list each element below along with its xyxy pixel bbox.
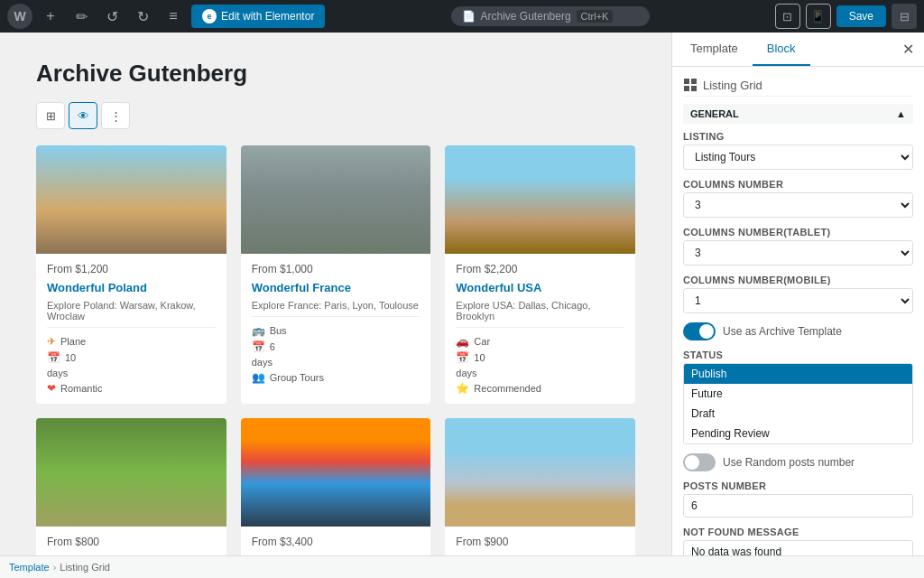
- listing-select[interactable]: Listing Tours: [683, 144, 913, 170]
- content-area: Archive Gutenberg ⊞ 👁 ⋮ From $1,200 Wond…: [0, 33, 671, 555]
- topbar-left: W + ✏ ↺ ↻ ≡ e Edit with Elementor: [7, 4, 325, 29]
- card-title[interactable]: Wonderful Poland: [47, 281, 216, 294]
- columns-tablet-select[interactable]: 3: [683, 240, 913, 266]
- listing-card: From $2,200 Wonderful USA Explore USA: D…: [445, 145, 635, 404]
- card-price: From $2,200: [456, 263, 624, 275]
- calendar-icon: 📅: [47, 351, 60, 364]
- card-image: [445, 418, 635, 527]
- card-title[interactable]: Wonderful USA: [456, 281, 624, 294]
- card-image: [36, 418, 226, 527]
- wordpress-logo[interactable]: W: [7, 4, 32, 29]
- duration-unit-row: days: [456, 368, 624, 378]
- listing-grid: From $1,200 Wonderful Poland Explore Pol…: [36, 145, 635, 555]
- page-title: Archive Gutenberg: [36, 60, 635, 88]
- redo-button[interactable]: ↻: [130, 4, 155, 29]
- topbar-right: ⊡ 📱 Save ⊟: [775, 4, 917, 29]
- duration-unit-row: days: [47, 368, 216, 378]
- listing-card: From $1,000 Wonderful France Explore Fra…: [241, 145, 431, 404]
- calendar-icon: 📅: [456, 351, 469, 364]
- general-section-title[interactable]: General ▲: [683, 104, 913, 124]
- view-button[interactable]: ⊡: [775, 4, 800, 29]
- listing-card: From $800 Wonderful Uruguay Explore Urug…: [36, 418, 226, 555]
- panel-close-button[interactable]: ✕: [895, 37, 920, 62]
- posts-number-input[interactable]: [683, 494, 913, 517]
- columns-mobile-label: COLUMNS NUMBER(MOBILE): [683, 275, 913, 285]
- category-icon: 👥: [252, 371, 265, 384]
- status-option[interactable]: Publish: [684, 364, 912, 384]
- card-price: From $1,200: [47, 263, 216, 275]
- random-posts-label: Use Random posts number: [723, 456, 855, 469]
- archive-template-toggle[interactable]: [683, 322, 716, 340]
- listing-card: From $1,200 Wonderful Poland Explore Pol…: [36, 145, 226, 404]
- svg-rect-3: [691, 86, 697, 91]
- transport-row: ✈ Plane: [47, 335, 216, 348]
- status-label: STATUS: [683, 350, 913, 360]
- search-bar[interactable]: 📄 Archive Gutenberg Ctrl+K: [451, 6, 650, 26]
- duration-row: 📅 10: [47, 351, 216, 364]
- card-image: [445, 145, 635, 254]
- card-image: [36, 145, 226, 254]
- duration-label: 10: [65, 352, 76, 363]
- menu-button[interactable]: ≡: [161, 4, 186, 29]
- columns-mobile-select[interactable]: 1: [683, 288, 913, 313]
- duration-row: 📅 6: [252, 340, 420, 353]
- transport-row: 🚌 Bus: [252, 324, 420, 337]
- archive-template-label: Use as Archive Template: [723, 325, 842, 338]
- card-description: Explore Poland: Warsaw, Krakow, Wroclaw: [47, 300, 216, 328]
- sidebar-toggle-button[interactable]: ⊟: [892, 4, 917, 29]
- save-button[interactable]: Save: [836, 5, 886, 27]
- main-area: Archive Gutenberg ⊞ 👁 ⋮ From $1,200 Wond…: [0, 33, 924, 555]
- duration-unit-row: days: [252, 357, 420, 368]
- card-meta: 🚗 Car 📅 10 days ⭐Recommended: [456, 335, 624, 395]
- section-header-label: Listing Grid: [703, 79, 762, 92]
- columns-label: COLUMNS NUMBER: [683, 179, 913, 190]
- columns-tablet-field: COLUMNS NUMBER(TABLET) 3: [683, 227, 913, 266]
- edit-elementor-button[interactable]: e Edit with Elementor: [191, 5, 325, 28]
- listing-card: From $3,400 Wonderful Switzerland Explor…: [241, 418, 431, 555]
- columns-select[interactable]: 3: [683, 192, 913, 218]
- card-image: [241, 418, 431, 527]
- category-row: 👥Group Tours: [252, 371, 420, 384]
- search-shortcut: Ctrl+K: [577, 10, 614, 23]
- category-icon: ❤: [47, 382, 56, 395]
- undo-button[interactable]: ↺: [99, 4, 125, 29]
- status-option[interactable]: Pending Review: [684, 424, 912, 443]
- category-label: Recommended: [474, 383, 541, 394]
- breadcrumb-template[interactable]: Template: [9, 562, 50, 573]
- more-options-button[interactable]: ⋮: [101, 102, 130, 129]
- edit-button[interactable]: ✏: [69, 4, 94, 29]
- card-meta: 🚌 Bus 📅 6 days 👥Group Tours: [252, 324, 420, 384]
- collapse-icon: ▲: [896, 108, 906, 119]
- card-price: From $1,000: [252, 263, 420, 275]
- tab-template[interactable]: Template: [676, 33, 753, 66]
- transport-label: Plane: [60, 336, 86, 347]
- tab-block[interactable]: Block: [753, 33, 810, 66]
- card-meta: ✈ Plane 📅 10 days ❤Romantic: [47, 335, 216, 395]
- duration-label: 6: [270, 341, 275, 352]
- right-panel: Template Block ✕ Listing Grid General: [671, 33, 924, 555]
- breadcrumb: Template › Listing Grid: [0, 555, 924, 578]
- listing-grid-icon: [683, 78, 698, 92]
- topbar-center: 📄 Archive Gutenberg Ctrl+K: [325, 6, 774, 26]
- status-field: STATUS PublishFutureDraftPending Review: [683, 350, 913, 444]
- listing-card: From $900 Wonderful Sweden Explore Swede…: [445, 418, 635, 555]
- add-button[interactable]: +: [38, 4, 63, 29]
- card-price: From $800: [47, 536, 216, 548]
- responsive-button[interactable]: 📱: [806, 4, 831, 29]
- not-found-input[interactable]: [683, 540, 913, 555]
- posts-number-field: POSTS NUMBER: [683, 480, 913, 517]
- status-list: PublishFutureDraftPending Review: [683, 363, 913, 444]
- grid-view-button[interactable]: ⊞: [36, 102, 65, 129]
- panel-section-header: Listing Grid: [683, 78, 913, 97]
- status-option[interactable]: Future: [684, 384, 912, 404]
- preview-button[interactable]: 👁: [69, 102, 97, 129]
- status-option[interactable]: Draft: [684, 404, 912, 424]
- panel-tabs: Template Block: [676, 33, 810, 66]
- category-label: Group Tours: [270, 372, 324, 383]
- listing-label: LISTING: [683, 131, 913, 142]
- random-posts-toggle[interactable]: [683, 453, 716, 471]
- svg-rect-0: [684, 79, 689, 84]
- card-title[interactable]: Wonderful France: [252, 281, 420, 294]
- transport-icon: 🚌: [252, 324, 265, 337]
- svg-rect-2: [684, 86, 689, 91]
